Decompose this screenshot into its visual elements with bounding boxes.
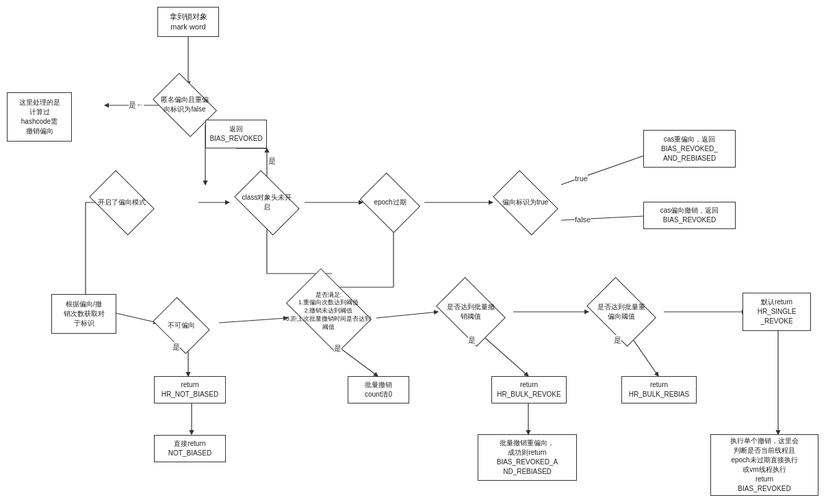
single-revoke-note-box: 执行单个撤销，这里会判断是否当前线程且epoch未过期直接执行或vm线程执行re… (710, 434, 818, 496)
reach-bulk-revoke-diamond: 是否达到批量撤销阈值 (430, 291, 512, 333)
label-yes-side: 是← (129, 100, 144, 110)
epoch-diamond: epoch过期 (356, 179, 424, 226)
reach-bulk-rebias-diamond: 是否达到批量重偏向阈值 (580, 291, 662, 333)
get-bias-count-box: 根据偏向/撤销次数获取对于标识 (51, 294, 116, 334)
satisfy-bulk-diamond: 是否满足:1.重偏向次数达到阈值2.撤销未达到阈值3.距上次批量撤销时间是否达到… (277, 284, 380, 339)
batch-revoke-rebias-box: 批量撤销重偏向，成功则returnBIAS_REVOKED_AND_REBIAS… (478, 434, 577, 481)
direct-return-not-biased-box: 直接returnNOT_BIASED (154, 435, 226, 462)
label-yes-bulk-rebias: 是 (614, 335, 621, 345)
batch-revoke-count-box: 批量撤销count清0 (348, 376, 409, 403)
cas-revoke-box: cas偏向撤销，返回BIAS_REVOKED (643, 202, 736, 229)
side-note-box: 这里处理的是计算过hashcode需撤销偏向 (7, 92, 72, 142)
svg-line-18 (376, 312, 438, 318)
return-hr-bulk-rebias-box: returnHR_BULK_REBIAS (621, 376, 697, 403)
default-return-box: 默认returnHR_SINGLE_REVOKE (743, 293, 811, 331)
label-yes-satisfy: 是 (334, 343, 341, 354)
bias-flag-diamond: 偏向标识为true (486, 179, 565, 226)
label-yes-notbias: 是 (172, 342, 180, 352)
revoked-bias-box: 返回BIAS_REVOKED (205, 120, 267, 148)
flowchart-diagram: 拿到锁对象 mark word 这里处理的是计算过hashcode需撤销偏向 是… (0, 0, 826, 504)
label-yes-revoked: 是 (268, 156, 276, 166)
bias-mode-diamond: 开启了偏向模式 (82, 179, 161, 226)
return-hr-not-biased-box: returnHR_NOT_BIASED (154, 376, 226, 403)
not-bias-diamond: 不可偏向 (147, 306, 216, 344)
start-box: 拿到锁对象 mark word (157, 7, 219, 37)
arrows-svg (0, 0, 826, 504)
return-hr-bulk-revoke-box: returnHR_BULK_REVOKE (491, 376, 567, 403)
label-false: false (575, 215, 591, 224)
class-head-diamond: class对象头未开启 (226, 179, 308, 226)
label-yes-bulk-revoke: 是 (468, 335, 476, 345)
label-true: true (575, 174, 588, 183)
cas-rebias-box: cas重偏向，返回BIAS_REVOKED_AND_REBIASED (643, 130, 736, 168)
